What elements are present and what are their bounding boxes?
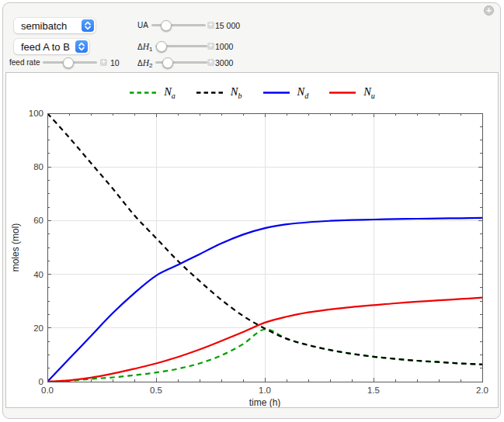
y-tick-label-20: 20 (33, 323, 43, 333)
y-tick-label-100: 100 (29, 109, 43, 118)
x-axis-label: time (h) (249, 397, 281, 407)
x-tick-label-1.5: 1.5 (367, 386, 380, 395)
ua-slider-track[interactable] (151, 24, 206, 26)
legend-item-Nu: Nu (328, 85, 375, 100)
h-symbol: H (143, 58, 149, 67)
legend-swatch-Nb (196, 91, 224, 95)
h-subscript: 2 (149, 62, 152, 69)
legend-label-Na: Na (164, 85, 176, 100)
ua-value: 15 000 (215, 21, 240, 30)
ua-stepper-plus-icon[interactable]: + (207, 22, 214, 29)
y-tick-label-60: 60 (33, 216, 43, 225)
dh1-stepper-plus-icon[interactable]: + (207, 43, 214, 50)
dh1-label: ΔH1 (137, 42, 152, 53)
dh1-slider-thumb[interactable] (156, 41, 167, 52)
legend-label-Nb: Nb (231, 85, 242, 100)
delta-symbol: Δ (137, 59, 143, 67)
ua-slider-thumb[interactable] (161, 20, 172, 31)
ua-label: UA (137, 21, 148, 29)
dh2-slider-row: ΔH2 + 3000 (3, 57, 500, 67)
y-tick-label-80: 80 (33, 162, 43, 171)
dh2-value: 3000 (215, 58, 233, 67)
legend-label-Nu: Nu (363, 85, 375, 100)
x-tick-label-2.0: 2.0 (476, 386, 488, 395)
x-tick-label-1.0: 1.0 (259, 386, 271, 395)
dh2-slider-thumb[interactable] (162, 57, 173, 68)
legend-label-Nd: Nd (297, 85, 309, 100)
dh2-stepper-plus-icon[interactable]: + (207, 59, 214, 66)
legend-item-Nd: Nd (262, 85, 309, 100)
dh1-slider-row: ΔH1 + 1000 (3, 40, 500, 51)
x-tick-label-0.0: 0.0 (41, 386, 54, 395)
h-subscript: 1 (149, 46, 152, 53)
legend-swatch-Nd (262, 91, 290, 95)
legend-swatch-Nu (328, 91, 356, 95)
delta-symbol: Δ (137, 43, 143, 51)
manipulate-panel: + semibatch feed A to B feed rate + 10 U… (2, 2, 501, 419)
moles-vs-time-plot: 0.00.51.01.52.0020406080100time (h)moles… (6, 73, 498, 407)
plot-cell: 0.00.51.01.52.0020406080100time (h)moles… (5, 72, 499, 408)
legend-swatch-Na (129, 91, 157, 95)
y-tick-label-40: 40 (33, 270, 43, 279)
dh2-label: ΔH2 (137, 58, 152, 69)
plot-legend: NaNbNdNu (6, 85, 498, 100)
dh1-value: 1000 (215, 42, 233, 51)
expand-plus-icon[interactable]: + (484, 5, 494, 16)
y-axis-label: moles (mol) (10, 223, 21, 272)
legend-item-Na: Na (129, 85, 176, 100)
legend-item-Nb: Nb (196, 85, 242, 100)
ua-slider-row: UA + 15 000 (3, 19, 500, 30)
y-tick-label-0: 0 (39, 377, 43, 386)
h-symbol: H (143, 42, 149, 51)
x-tick-label-0.5: 0.5 (150, 386, 162, 395)
